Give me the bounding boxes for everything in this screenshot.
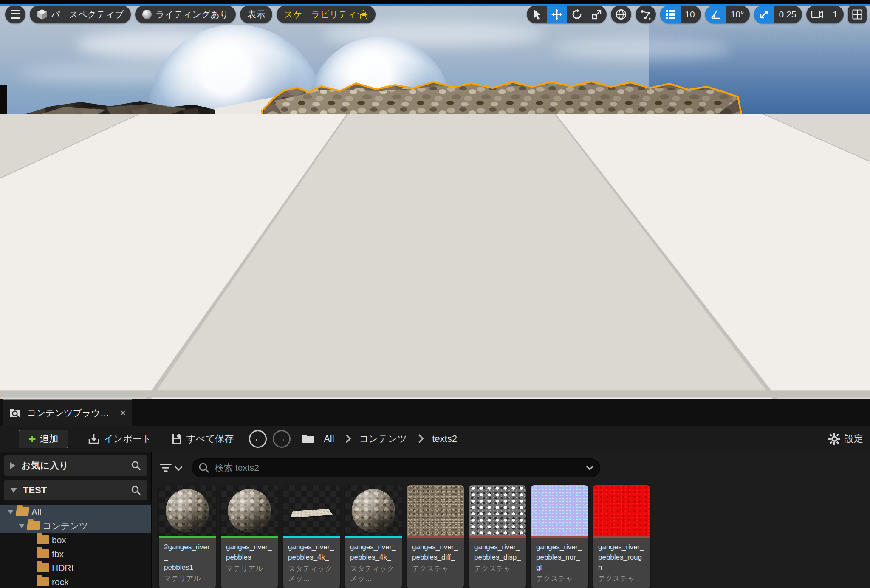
asset-label: ganges_river_ pebbles マテリアル [221,538,278,579]
tree-item-all[interactable]: All [0,505,151,519]
rotate-tool-button[interactable] [567,6,587,23]
collection-section-header[interactable]: TEST [4,480,147,500]
rotation-snap-control: 10° [705,6,750,23]
scale-tool-button[interactable] [587,6,607,23]
thumbnail-material-sphere [159,485,216,536]
cursor-icon [532,9,542,20]
open-folder-icon [27,521,41,530]
scale-snap-toggle[interactable] [754,6,774,23]
tree-item-hdri[interactable]: HDRI [0,561,151,575]
content-browser-icon [9,407,22,418]
folder-tree: All コンテンツ box fbx [0,505,151,588]
asset-label: ganges_river_ pebbles_4k_ スタティックメッ… [345,538,402,588]
snap-icon [640,9,651,20]
search-icon[interactable] [131,461,141,471]
cube-icon [37,9,47,20]
import-button[interactable]: インポート [88,433,152,445]
show-flags-button[interactable]: 表示 [240,6,272,23]
asset-tile[interactable]: ganges_river_ pebbles マテリアル [221,485,278,588]
filter-icon[interactable] [160,463,172,473]
scale-snap-value[interactable]: 0.25 [774,9,802,20]
move-gizmo[interactable] [364,263,449,339]
globe-icon [616,9,627,20]
thumbnail-texture-displacement [469,485,526,536]
folder-icon [37,549,49,558]
scalability-warning-button[interactable]: スケーラビリティ:高 [277,6,375,23]
angle-snap-icon [710,9,721,20]
grid-snap-icon [665,9,675,20]
breadcrumb-current[interactable]: texts2 [432,433,457,444]
thumbnail-static-mesh-sphere [345,485,402,536]
maximize-viewport-button[interactable] [848,6,867,23]
asset-tile[interactable]: 2ganges_river_ pebbles1 マテリアル [159,485,216,588]
hamburger-icon [11,10,20,19]
asset-search-input[interactable] [192,458,600,477]
plus-icon: + [28,433,36,445]
asset-tile[interactable]: ganges_river_ pebbles_4k_ スタティックメッ… [283,485,340,588]
thumbnail-texture-roughness [593,485,650,536]
expander-expanded-icon[interactable] [8,510,14,514]
save-all-button[interactable]: すべて保存 [171,433,234,445]
expander-collapsed-icon[interactable] [10,462,15,469]
add-button[interactable]: + 追加 [19,430,68,448]
import-icon [88,433,100,445]
camera-speed-value[interactable]: 1 [828,9,844,20]
asset-view: 2ganges_river_ pebbles1 マテリアル ganges_riv… [152,452,870,588]
asset-grid: 2ganges_river_ pebbles1 マテリアル ganges_riv… [152,483,870,588]
unreal-editor-window: Z Y X パースペクティブ ライティングあり [0,0,870,588]
search-icon[interactable] [131,485,141,495]
expander-expanded-icon[interactable] [10,488,17,493]
filter-dropdown-icon[interactable] [175,463,182,471]
viewport-3d[interactable]: Z Y X パースペクティブ ライティングあり [0,0,870,399]
folder-icon [37,577,49,586]
favorites-section-header[interactable]: お気に入り [4,455,147,476]
asset-tile[interactable]: ganges_river_ pebbles_diff_ テクスチャ [407,485,464,588]
asset-tile[interactable]: ganges_river_ pebbles_disp_ テクスチャ [469,485,526,588]
back-button[interactable]: ← [249,430,267,448]
surface-snapping-button[interactable] [636,6,656,23]
settings-button[interactable]: 設定 [828,433,863,445]
path-folder-icon [302,434,314,444]
breadcrumb-chevron-icon [415,434,424,443]
folder-icon [37,535,49,544]
scale-snap-control: 0.25 [754,6,802,23]
grid-snap-value[interactable]: 10 [681,9,701,20]
tree-item-rock[interactable]: rock [0,575,151,588]
tab-close-icon[interactable]: × [120,407,126,418]
viewport-menu-button[interactable] [5,6,25,23]
transform-tool-group [527,6,607,23]
grid-snap-toggle[interactable] [660,6,681,23]
move-tool-button[interactable] [547,6,567,23]
tree-item-fbx[interactable]: fbx [0,547,151,561]
tree-item-content[interactable]: コンテンツ [0,519,151,533]
world-space-button[interactable] [611,6,631,23]
breadcrumb-content[interactable]: コンテンツ [359,433,407,445]
tab-label: コンテンツブラウ… [27,407,115,419]
tree-item-box[interactable]: box [0,533,151,547]
expander-expanded-icon[interactable] [19,524,25,528]
asset-label: ganges_river_ pebbles_disp_ テクスチャ [469,538,526,579]
asset-tile[interactable]: ganges_river_ pebbles_nor_gl テクスチャ [531,485,588,588]
thumbnail-material-sphere [221,485,278,536]
lit-mode-button[interactable]: ライティングあり [135,6,236,23]
camera-speed-button[interactable] [806,6,828,23]
breadcrumb-root[interactable]: All [324,433,334,444]
rotation-snap-value[interactable]: 10° [726,9,750,20]
save-icon [171,433,182,444]
svg-text:X: X [50,369,60,384]
asset-tile[interactable]: ganges_river_ pebbles_4k_ スタティックメッ… [345,485,402,588]
asset-label: 2ganges_river_ pebbles1 マテリアル [159,538,216,588]
scale-icon [592,9,602,20]
filter-row [152,452,870,483]
asset-tile[interactable]: ganges_river_ pebbles_rough テクスチャ [593,485,650,588]
rotate-icon [571,9,582,20]
gear-icon [828,433,840,445]
content-browser-tab[interactable]: コンテンツブラウ… × [3,399,132,426]
asset-label: ganges_river_ pebbles_nor_gl テクスチャ [531,538,588,588]
asset-label: ganges_river_ pebbles_diff_ テクスチャ [407,538,464,579]
grid-snap-control: 10 [660,6,701,23]
forward-button[interactable]: → [273,430,291,448]
perspective-button[interactable]: パースペクティブ [30,6,131,23]
select-tool-button[interactable] [527,6,547,23]
rotation-snap-toggle[interactable] [705,6,726,23]
